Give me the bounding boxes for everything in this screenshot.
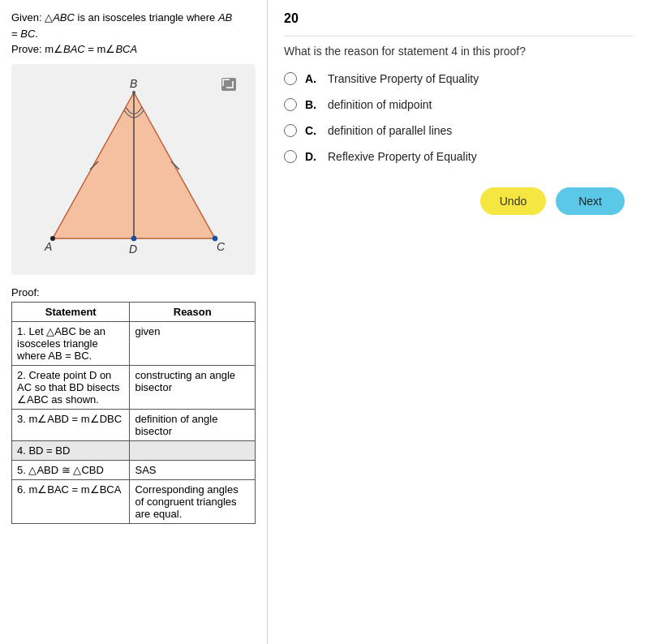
- table-row: 3. m∠ABD = m∠DBCdefinition of angle bise…: [12, 409, 256, 440]
- options-list: A.Transitive Property of EqualityB.defin…: [284, 72, 633, 163]
- given-line3: Prove: m∠BAC = m∠BCA: [11, 43, 137, 55]
- option-item[interactable]: C.definition of parallel lines: [284, 124, 633, 137]
- option-text: Transitive Property of Equality: [328, 72, 479, 85]
- diagram-container: B A C D: [11, 64, 256, 275]
- vertex-d-label: D: [129, 243, 137, 255]
- option-item[interactable]: D.Reflexive Property of Equality: [284, 150, 633, 163]
- buttons-row: Undo Next: [284, 187, 633, 215]
- svg-point-4: [50, 236, 55, 241]
- option-text: definition of midpoint: [328, 98, 432, 111]
- statement-cell: 3. m∠ABD = m∠DBC: [12, 409, 130, 440]
- proof-label: Proof:: [11, 286, 256, 298]
- svg-point-6: [131, 236, 136, 241]
- left-panel: Given: △ABC is an isosceles triangle whe…: [0, 0, 268, 644]
- vertex-b-label: B: [130, 77, 137, 90]
- option-text: definition of parallel lines: [328, 124, 452, 137]
- table-row: 2. Create point D on AC so that BD bisec…: [12, 365, 256, 409]
- reason-cell: constructing an angle bisector: [130, 365, 256, 409]
- col-header-statement: Statement: [12, 302, 130, 321]
- right-panel: 20 What is the reason for statement 4 in…: [268, 0, 649, 644]
- statement-cell: 2. Create point D on AC so that BD bisec…: [12, 365, 130, 409]
- proof-table: Statement Reason 1. Let △ABC be an isosc…: [11, 302, 256, 524]
- option-item[interactable]: A.Transitive Property of Equality: [284, 72, 633, 85]
- reason-cell: [130, 440, 256, 460]
- option-letter: B.: [305, 98, 321, 111]
- reason-cell: given: [130, 321, 256, 365]
- option-radio[interactable]: [284, 124, 297, 137]
- option-item[interactable]: B.definition of midpoint: [284, 98, 633, 111]
- svg-point-5: [213, 236, 217, 241]
- option-letter: D.: [305, 150, 321, 163]
- vertex-a-label: A: [44, 240, 52, 253]
- statement-cell: 4. BD = BD: [12, 440, 130, 460]
- reason-cell: SAS: [130, 460, 256, 479]
- triangle-diagram: B A C D: [28, 76, 239, 263]
- table-row: 6. m∠BAC = m∠BCACorresponding angles of …: [12, 479, 256, 523]
- svg-point-7: [132, 91, 135, 94]
- option-radio[interactable]: [284, 72, 297, 85]
- given-text: Given: △ABC is an isosceles triangle whe…: [11, 10, 256, 58]
- undo-button[interactable]: Undo: [480, 187, 546, 215]
- table-row: 1. Let △ABC be an isosceles triangle whe…: [12, 321, 256, 365]
- option-letter: A.: [305, 72, 321, 85]
- vertex-c-label: C: [217, 240, 226, 253]
- given-line1: Given: △ABC is an isosceles triangle whe…: [11, 11, 232, 24]
- statement-cell: 5. △ABD ≅ △CBD: [12, 460, 130, 479]
- given-line2: = BC.: [11, 28, 38, 40]
- next-button[interactable]: Next: [556, 187, 625, 215]
- col-header-reason: Reason: [130, 302, 256, 321]
- table-row: 4. BD = BD: [12, 440, 256, 460]
- reason-cell: definition of angle bisector: [130, 409, 256, 440]
- option-radio[interactable]: [284, 150, 297, 163]
- reason-cell: Corresponding angles of congruent triang…: [130, 479, 256, 523]
- statement-cell: 6. m∠BAC = m∠BCA: [12, 479, 130, 523]
- option-letter: C.: [305, 124, 321, 137]
- question-number: 20: [284, 11, 633, 26]
- option-radio[interactable]: [284, 98, 297, 111]
- question-text: What is the reason for statement 4 in th…: [284, 45, 633, 58]
- divider: [284, 36, 633, 36]
- table-row: 5. △ABD ≅ △CBDSAS: [12, 460, 256, 479]
- option-text: Reflexive Property of Equality: [328, 150, 477, 163]
- statement-cell: 1. Let △ABC be an isosceles triangle whe…: [12, 321, 130, 365]
